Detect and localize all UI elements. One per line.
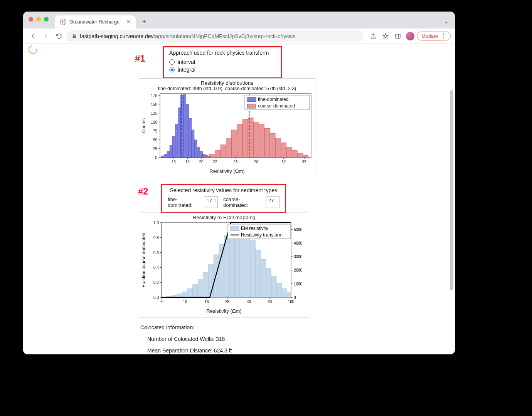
radio-interval[interactable]: interval <box>169 58 276 66</box>
svg-text:3000: 3000 <box>294 255 303 259</box>
svg-rect-70 <box>298 153 303 158</box>
svg-rect-63 <box>259 124 264 158</box>
nav-forward-button[interactable] <box>40 30 52 42</box>
bookmark-star-icon[interactable] <box>380 30 391 42</box>
toolbar-right: Update ⋮ <box>367 30 451 42</box>
window-traffic-lights <box>29 17 49 22</box>
plot2-title: Resistivity to FCD mapping <box>139 213 309 220</box>
fine-value-input[interactable]: 17.1 <box>204 196 218 208</box>
new-tab-button[interactable]: + <box>139 16 150 27</box>
page-viewport: #1 Approach used for rock physics transf… <box>23 44 455 354</box>
svg-text:100: 100 <box>288 300 295 304</box>
update-button[interactable]: Update ⋮ <box>417 32 451 40</box>
svg-rect-44 <box>186 104 189 158</box>
scrollbar-thumb[interactable] <box>450 90 453 290</box>
svg-rect-66 <box>276 138 281 158</box>
profile-avatar[interactable] <box>404 30 416 42</box>
coarse-value-input[interactable]: 27 <box>266 196 279 208</box>
coarse-label: coarse-dominated: <box>223 196 260 208</box>
svg-text:22: 22 <box>213 160 217 164</box>
plot2-canvas: 0.00.20.40.60.81.00100020003000400050006… <box>139 220 310 307</box>
svg-text:35: 35 <box>302 160 307 164</box>
svg-text:150: 150 <box>151 102 157 107</box>
svg-rect-85 <box>187 289 192 297</box>
address-bar: fastpath-staging.curvenote.dev/app/simul… <box>23 29 455 44</box>
colocated-info: Colocated information: Number of Colocat… <box>139 324 339 354</box>
share-icon[interactable] <box>367 30 379 42</box>
svg-rect-69 <box>292 151 297 158</box>
plot1-subtitle: fine-dominated: 49th (std=0.9), coarse-d… <box>139 86 315 91</box>
window-minimize-icon[interactable] <box>36 17 41 22</box>
svg-rect-64 <box>264 128 270 158</box>
svg-text:18: 18 <box>185 160 190 164</box>
svg-rect-104 <box>287 292 291 297</box>
radio-integral-label: integral <box>178 67 195 73</box>
svg-rect-37 <box>167 151 170 158</box>
svg-rect-36 <box>164 154 167 158</box>
svg-rect-61 <box>248 118 253 158</box>
update-label: Update <box>422 33 438 39</box>
browser-tab[interactable]: Groundwater Recharge × <box>55 15 136 29</box>
info-heading: Colocated information: <box>140 324 339 330</box>
svg-rect-38 <box>170 145 172 158</box>
tabs-dropdown-icon[interactable]: ⌄ <box>444 18 449 25</box>
nav-reload-button[interactable] <box>53 30 65 42</box>
info-mean-sep: Mean Separation Distance: 624.3 ft <box>140 347 339 354</box>
svg-text:16: 16 <box>205 300 209 304</box>
svg-rect-75 <box>247 97 256 102</box>
svg-text:6: 6 <box>160 300 163 304</box>
svg-rect-71 <box>303 155 308 158</box>
tab-close-icon[interactable]: × <box>127 19 130 25</box>
svg-text:fine-dominated: fine-dominated <box>258 97 288 102</box>
svg-rect-86 <box>193 284 198 297</box>
scrollbar-track[interactable] <box>449 44 454 354</box>
svg-text:16: 16 <box>172 160 176 164</box>
svg-text:0: 0 <box>294 295 296 300</box>
svg-text:100: 100 <box>151 120 157 124</box>
side-panel-icon[interactable] <box>392 30 404 42</box>
svg-rect-84 <box>182 292 187 297</box>
svg-rect-83 <box>177 294 182 297</box>
svg-rect-68 <box>286 147 292 158</box>
svg-text:5000: 5000 <box>294 228 303 232</box>
svg-text:Resistivity transform: Resistivity transform <box>241 232 283 238</box>
radio-integral[interactable]: integral <box>169 66 276 74</box>
svg-text:0.0: 0.0 <box>153 295 159 300</box>
radio-icon <box>169 67 175 72</box>
svg-text:0.8: 0.8 <box>153 236 159 240</box>
svg-rect-48 <box>197 147 200 158</box>
tab-title: Groundwater Recharge <box>69 19 120 25</box>
plot1-canvas: 02550751001251501751618202225283235Count… <box>139 91 316 167</box>
fine-label: fine-dominated: <box>168 196 199 208</box>
window-close-icon[interactable] <box>29 17 33 22</box>
svg-text:40: 40 <box>247 300 251 304</box>
plot-resistivity-distributions: Resistivity distributions fine-dominated… <box>139 78 315 175</box>
callout-1-label: #1 <box>135 53 145 64</box>
svg-text:25: 25 <box>225 300 230 304</box>
nav-back-button[interactable] <box>27 30 39 42</box>
svg-text:175: 175 <box>151 94 157 98</box>
svg-rect-58 <box>232 130 237 158</box>
svg-rect-99 <box>261 259 266 297</box>
svg-rect-40 <box>175 124 178 158</box>
callout-2-label: #2 <box>138 186 148 197</box>
svg-rect-103 <box>282 289 287 297</box>
svg-text:10: 10 <box>183 300 187 304</box>
svg-rect-54 <box>210 154 215 158</box>
svg-rect-87 <box>198 279 203 297</box>
svg-text:2000: 2000 <box>294 268 303 272</box>
svg-rect-100 <box>266 268 271 297</box>
svg-rect-145 <box>231 226 239 231</box>
globe-icon <box>60 19 66 25</box>
svg-text:EM resistivity: EM resistivity <box>241 226 268 231</box>
svg-rect-91 <box>219 244 224 297</box>
url-field[interactable]: fastpath-staging.curvenote.dev/app/simul… <box>66 30 364 42</box>
svg-text:0: 0 <box>155 156 157 160</box>
browser-window: Groundwater Recharge × + ⌄ fastpath-stag… <box>23 12 455 354</box>
svg-rect-101 <box>271 276 276 297</box>
window-zoom-icon[interactable] <box>44 17 49 22</box>
plot1-title: Resistivity distributions <box>139 79 315 86</box>
svg-text:1.0: 1.0 <box>153 221 159 225</box>
svg-rect-60 <box>242 119 248 158</box>
svg-rect-47 <box>194 140 197 158</box>
